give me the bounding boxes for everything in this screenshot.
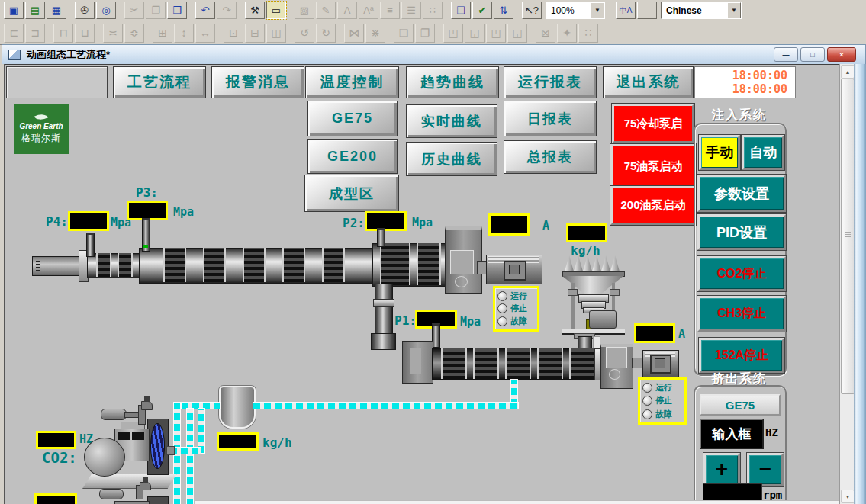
center-both[interactable]: ⊡ <box>224 24 243 43</box>
open-project[interactable]: ▤ <box>25 2 45 19</box>
select-frame[interactable]: ▭ <box>266 2 286 19</box>
document-titlebar[interactable]: 动画组态工艺流程* — □ ✕ <box>2 44 866 66</box>
show-grid[interactable]: ∷ <box>578 24 598 43</box>
align-bottom[interactable]: ⊔ <box>75 24 95 43</box>
rotate-left[interactable]: ↺ <box>295 24 314 43</box>
scroll-down-button[interactable]: ▼ <box>841 490 855 503</box>
nav-process-button[interactable]: 工艺流程 <box>113 66 206 98</box>
ungroup[interactable]: ❐ <box>415 24 435 43</box>
manual-button[interactable]: 手动 <box>699 135 740 170</box>
group[interactable]: ❏ <box>394 24 414 43</box>
params-button[interactable]: 参数设置 <box>697 175 786 212</box>
chevron-down-icon[interactable]: ▼ <box>727 2 741 18</box>
database-sort[interactable]: ⇅ <box>494 2 513 19</box>
nav-alarm-button[interactable]: 报警消息 <box>211 66 304 98</box>
leaf-icon <box>34 111 48 123</box>
toolbox[interactable]: ⚒ <box>245 2 265 19</box>
same-width[interactable]: ≍ <box>103 24 123 43</box>
nav-report-button[interactable]: 运行报表 <box>504 66 597 98</box>
blank-tool[interactable] <box>637 2 657 19</box>
grip-icon <box>845 232 851 239</box>
align-right[interactable]: ⊐ <box>25 24 45 43</box>
oil-pump200-button[interactable]: 200油泵启动 <box>610 186 696 225</box>
properties[interactable]: ❑ <box>451 2 471 19</box>
current2-value-box <box>634 323 675 343</box>
pin[interactable]: ✦ <box>557 24 577 43</box>
font[interactable]: Aª <box>359 2 378 19</box>
decrease-button[interactable]: − <box>747 453 784 486</box>
auto-button[interactable]: 自动 <box>742 135 784 170</box>
p4-unit: Mpa <box>111 216 131 230</box>
help-pointer[interactable]: ↖? <box>522 2 542 19</box>
line-style[interactable]: ☰ <box>401 2 421 19</box>
restore-button[interactable]: □ <box>800 47 825 62</box>
oil-pump75-button[interactable]: 75油泵启动 <box>610 144 696 188</box>
same-size[interactable]: ⊞ <box>153 24 172 43</box>
close-button[interactable]: ✕ <box>827 47 856 62</box>
ch3-stop-button[interactable]: CH3停止 <box>697 296 786 332</box>
vertical-scrollbar[interactable]: ▲ ▼ <box>839 64 855 504</box>
fit-height[interactable]: ↕ <box>174 24 194 43</box>
bring-to-front[interactable]: ◰ <box>443 24 463 43</box>
cut-value-box <box>34 493 77 504</box>
scrollbar-thumb[interactable] <box>841 79 855 394</box>
nav-exit-button[interactable]: 退出系统 <box>603 66 694 98</box>
increase-button[interactable]: + <box>703 453 740 486</box>
same-height[interactable]: ≎ <box>124 24 144 43</box>
text-color[interactable]: A <box>337 2 357 19</box>
time-line1: 18:00:00 <box>732 69 787 82</box>
p2-unit: Mpa <box>412 216 433 230</box>
a152-stop-button[interactable]: 152A停止 <box>699 338 784 373</box>
save[interactable]: ▦ <box>47 2 66 19</box>
horizontal-scrollbar[interactable] <box>195 500 839 504</box>
cut[interactable]: ✂ <box>124 2 144 19</box>
print[interactable]: ✇ <box>75 2 95 19</box>
feeder-rate-box <box>566 223 607 242</box>
language-combobox[interactable]: Chinese ▼ <box>661 2 742 19</box>
nav-trend-button[interactable]: 趋势曲线 <box>406 66 499 98</box>
center-horizontal[interactable]: ⊟ <box>245 24 265 43</box>
fit-width[interactable]: ↔ <box>195 24 215 43</box>
pid-button[interactable]: PID设置 <box>697 214 786 250</box>
history-curve-button[interactable]: 历史曲线 <box>406 142 497 176</box>
chevron-down-icon[interactable]: ▼ <box>591 2 604 18</box>
cooling-pump75-button[interactable]: 75冷却泵启 <box>612 104 694 143</box>
canvas-left-edge <box>0 64 5 504</box>
new-picture[interactable]: ▣ <box>4 2 24 19</box>
align-left[interactable]: ⊏ <box>4 24 24 43</box>
realtime-curve-button[interactable]: 实时曲线 <box>406 104 497 138</box>
syntax-check[interactable]: ✔ <box>472 2 492 19</box>
fill-color[interactable]: ▨ <box>295 2 314 19</box>
ge75-button[interactable]: GE75 <box>307 101 398 136</box>
zoom-combobox[interactable]: 100% ▼ <box>546 2 605 19</box>
center-vertical[interactable]: ◫ <box>266 24 286 43</box>
p4-value-box <box>68 211 109 231</box>
lock[interactable]: ⊠ <box>536 24 555 43</box>
undo[interactable]: ↶ <box>195 2 215 19</box>
paste[interactable]: ❒ <box>167 2 187 19</box>
bring-forward[interactable]: ◳ <box>486 24 506 43</box>
frequency-input[interactable]: 输入框 <box>700 419 764 449</box>
total-report-button[interactable]: 总报表 <box>504 140 597 174</box>
redo[interactable]: ↷ <box>217 2 237 19</box>
copy[interactable]: ❐ <box>146 2 166 19</box>
send-backward[interactable]: ◲ <box>507 24 527 43</box>
align-top[interactable]: ⊓ <box>53 24 73 43</box>
print-preview[interactable]: ◎ <box>96 2 116 19</box>
pen-color[interactable]: ✎ <box>316 2 336 19</box>
ge200-button[interactable]: GE200 <box>307 139 398 174</box>
flip-vertical[interactable]: ⋇ <box>365 24 385 43</box>
text-align[interactable]: ≡ <box>380 2 400 19</box>
rotate-right[interactable]: ↻ <box>316 24 336 43</box>
nav-temperature-button[interactable]: 温度控制 <box>305 66 399 98</box>
send-to-back[interactable]: ◱ <box>465 24 485 43</box>
flip-horizontal[interactable]: ⋈ <box>344 24 364 43</box>
p2-sensor <box>377 228 385 247</box>
forming-area-button[interactable]: 成型区 <box>304 175 399 212</box>
grid-style[interactable]: ∷ <box>423 2 443 19</box>
co2-stop-button[interactable]: CO2停止 <box>697 256 786 291</box>
minimize-button[interactable]: — <box>774 47 798 62</box>
daily-report-button[interactable]: 日报表 <box>504 101 597 136</box>
scroll-up-button[interactable]: ▲ <box>841 65 855 79</box>
char-scale[interactable]: 中A <box>616 2 636 19</box>
